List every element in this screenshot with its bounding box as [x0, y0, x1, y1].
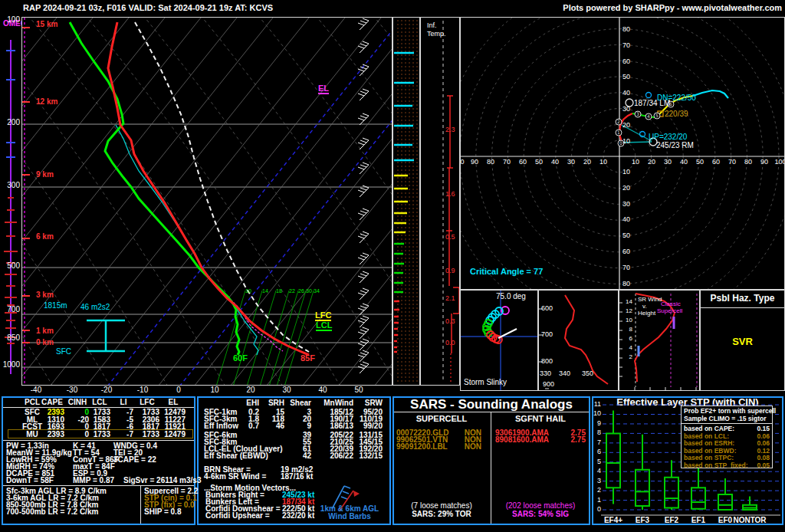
skewt-xtick: 50	[350, 386, 368, 394]
pressure-label: 200	[2, 119, 20, 126]
hodo-ring-label: 50	[622, 74, 630, 80]
omega-profile	[0, 17, 21, 386]
hodo-height-marker: 4	[647, 113, 650, 119]
pressure-label: 300	[2, 182, 20, 189]
inf-temp-value: 2.1	[445, 295, 455, 302]
hodo-ring-label: 80	[622, 26, 630, 33]
srwind-ytick: 2	[622, 354, 632, 360]
hodo-height-marker: 1	[617, 130, 620, 135]
kin-shear: 42	[287, 452, 311, 460]
divider	[3, 440, 194, 441]
inf-temp-value: 0.5	[445, 234, 455, 241]
inf-temp-value: 0.3	[445, 318, 455, 325]
thetae-ytick: 600	[541, 305, 553, 312]
srwind-title: SR Wind	[638, 297, 662, 303]
divider	[682, 423, 772, 424]
skewt-panel: 15 km 12 km 9 km 6 km 3 km 1 km 0 km 181…	[21, 17, 392, 386]
kin-srh: 46	[261, 422, 284, 430]
left-mover-label: 187/34 LM	[634, 100, 670, 107]
kin-header: Shear	[287, 399, 311, 407]
kin-row-label: Eff Shear (EBWD)	[204, 452, 268, 460]
sars-match-value: NON	[455, 443, 481, 451]
prob-row-value: 0.08	[751, 455, 770, 461]
stp-ytick: 6	[592, 448, 601, 455]
hazard-value: SVR	[701, 337, 784, 346]
srwind-panel: 14 12 10 8 6 4 2 SR Wind v. Height Class…	[619, 290, 700, 391]
hodo-ring-label: 100	[460, 159, 466, 166]
stp-prob-box: Prob EF2+ torn with supercell Sample CLI…	[681, 406, 773, 468]
stp-category: EF2	[656, 517, 687, 524]
stp-ytick: 2	[592, 487, 601, 494]
corfidi-downshear-marker	[646, 93, 652, 98]
critical-angle-label: Critical Angle = 77	[470, 268, 543, 276]
storm-slinky-panel: 75.0 deg Storm Slinky	[460, 290, 538, 391]
thetae-xtick: 350	[582, 370, 593, 377]
srwind-title: v.	[642, 304, 647, 310]
hodo-ring-label: 10	[622, 169, 630, 176]
height-label: 15 km	[36, 21, 57, 28]
parcel-cinh: 0	[66, 431, 89, 438]
sars-hail-note: (202 loose matches)	[494, 502, 587, 510]
skewt-xtick: -10	[133, 386, 152, 394]
moisture-column	[392, 17, 420, 386]
skewt-xtick: 10	[205, 386, 224, 394]
surface-dewpoint-label: 60F	[233, 354, 248, 363]
thetae-ytick: 700	[541, 331, 553, 338]
right-mover-label: 245/23 RM	[656, 142, 694, 149]
thetae-ytick: 900	[543, 381, 554, 388]
hodo-ring-label: 50	[622, 232, 630, 239]
divider	[491, 412, 491, 524]
inferred-temp-plot	[421, 18, 459, 385]
stp-ytick: 10	[592, 410, 601, 417]
hodo-ring-label: 80	[741, 159, 756, 166]
pressure-label: 500	[2, 262, 20, 270]
prob-row-value: 0.06	[751, 440, 770, 447]
divider	[394, 412, 589, 412]
hazard-title: Psbl Haz. Type	[701, 294, 784, 303]
sars-hail-match: 89081600.AMA	[495, 436, 549, 444]
stp-ytick: 4	[592, 468, 601, 475]
hodo-9-12km	[693, 90, 728, 98]
hodo-ring-label: 10	[628, 159, 643, 166]
stp-ytick: 0	[592, 506, 601, 513]
sars-hail-result: SARS: 54% SIG	[494, 511, 587, 518]
stp-ytick: 7	[592, 439, 601, 446]
hodo-ring-label: 40	[547, 159, 563, 166]
motion-value-corfidi-up: 232/20 kt	[282, 512, 314, 520]
parcel-lfc: 1733	[135, 431, 159, 438]
motion-label: Corfidi Upshear =	[205, 512, 270, 520]
stp-category: NONTOR	[730, 517, 770, 524]
thetae-xtick: 340	[559, 370, 570, 377]
stp-ytick: 5	[592, 458, 601, 465]
hodo-height-marker: 3	[636, 111, 639, 117]
kin-row-label: Eff Inflow	[204, 422, 238, 430]
prob-row-label: based on ESRH:	[684, 440, 734, 447]
hodo-ring-label: 30	[563, 159, 579, 166]
sr46-value: 187/16 kt	[281, 473, 313, 481]
divider	[3, 485, 194, 486]
parcel-el: 12479	[161, 431, 186, 438]
height-label: 1 km	[36, 327, 54, 335]
kin-shear: 9	[287, 422, 311, 430]
parcel-header: EL	[161, 399, 186, 406]
prob-row-label: based on CAPE:	[684, 425, 734, 432]
prob-row-label: based on LCL:	[684, 433, 729, 440]
skewt-xtick: 30	[278, 386, 296, 394]
stat-mmp: MMP = 0.87	[73, 477, 114, 484]
srwind-ytick: 10	[622, 317, 632, 323]
hodo-ring-label: 90	[757, 159, 772, 166]
effective-inflow-layer	[87, 320, 125, 351]
prob-title: Prob EF2+ torn with supercell	[684, 408, 776, 415]
hodo-ring-label: 60	[622, 58, 630, 65]
parcel-li: -7	[113, 431, 133, 438]
mixing-ratio-label: 22	[289, 288, 295, 294]
hodo-ring-label: 50	[692, 159, 708, 166]
surface-temp-label: 85F	[301, 354, 315, 363]
mixing-ratio-label: 30	[306, 288, 312, 294]
parcel-lcl: 1733	[89, 431, 110, 438]
height-label: 6 km	[36, 233, 54, 241]
stat-downt: DownT = 58F	[6, 477, 54, 484]
corfidi-upshear-label: UP=232/20	[649, 133, 687, 141]
inf-temp-title: Inf.	[427, 22, 437, 29]
skewt-xtick: 20	[241, 386, 260, 394]
